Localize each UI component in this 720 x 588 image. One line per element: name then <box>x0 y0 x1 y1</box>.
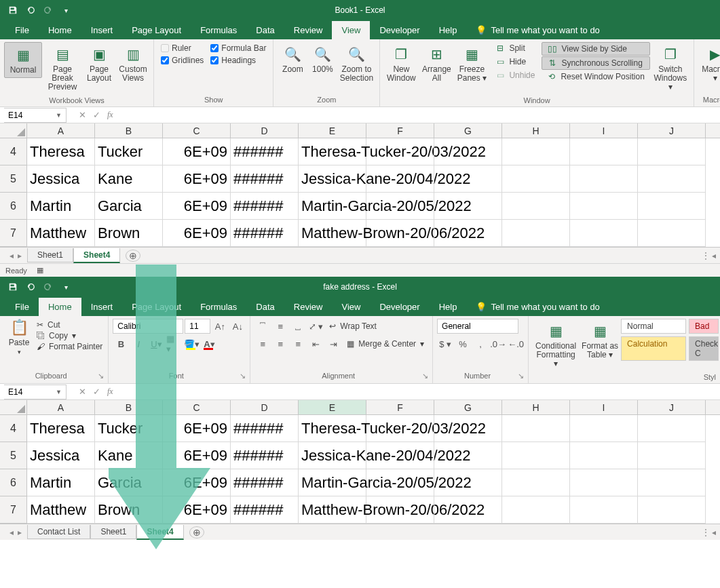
menu-help[interactable]: Help <box>430 298 467 316</box>
cell[interactable]: 6E+09 <box>163 165 231 193</box>
name-box[interactable]: E14▼ <box>4 108 67 123</box>
tab-options-icon[interactable]: ⋮ ◂ <box>702 528 716 537</box>
row-header-6[interactable]: 6 <box>0 193 27 220</box>
col-header-e[interactable]: E <box>299 123 366 138</box>
cell[interactable]: Matthew-Brown-20/06/2022 <box>299 220 366 247</box>
menu-developer[interactable]: Developer <box>370 21 429 39</box>
cell[interactable] <box>366 138 434 165</box>
cell[interactable]: Martin-Garcia-20/05/2022 <box>299 193 366 220</box>
check-icon[interactable]: ✓ <box>93 387 100 397</box>
cell[interactable] <box>366 165 434 193</box>
col-header-d[interactable]: D <box>231 123 299 138</box>
page-layout-button[interactable]: ▣Page Layout <box>83 42 115 85</box>
tab-prev-icon[interactable]: ◂ <box>10 528 14 537</box>
menu-page-layout[interactable]: Page Layout <box>122 21 191 39</box>
col-header-j[interactable]: J <box>638 400 706 414</box>
cell[interactable]: Martin-Garcia-20/05/2022 <box>299 469 366 496</box>
new-sheet-button[interactable]: ⊕ <box>189 526 204 538</box>
cell[interactable]: Brown <box>95 496 163 524</box>
menu-review[interactable]: Review <box>284 21 333 39</box>
font-name-select[interactable] <box>113 319 183 334</box>
cell[interactable]: Tucker <box>95 138 163 165</box>
select-all-corner[interactable] <box>0 123 27 138</box>
font-color-button[interactable]: A ▾ <box>201 336 217 351</box>
row-header-4[interactable]: 4 <box>0 415 27 442</box>
percent-button[interactable]: % <box>455 336 471 351</box>
redo-icon[interactable] <box>41 279 56 294</box>
tab-prev-icon[interactable]: ◂ <box>10 251 14 260</box>
decrease-decimal-button[interactable]: ←.0 <box>508 336 524 351</box>
cell[interactable] <box>570 442 638 469</box>
save-icon[interactable] <box>5 3 20 18</box>
menu-formulas[interactable]: Formulas <box>191 298 246 316</box>
cut-button[interactable]: ✂Cut <box>37 320 102 330</box>
cell[interactable]: ###### <box>231 165 299 193</box>
fx-icon[interactable]: fx <box>107 110 113 120</box>
name-box[interactable]: E14▼ <box>4 385 67 399</box>
arrange-all-button[interactable]: ⊞Arrange All <box>419 42 453 85</box>
cell[interactable] <box>434 442 502 469</box>
indent-increase-button[interactable]: ⇥ <box>325 336 341 351</box>
cell[interactable] <box>502 220 570 247</box>
cancel-icon[interactable]: ✕ <box>79 387 86 397</box>
font-size-select[interactable] <box>185 319 210 334</box>
cell[interactable] <box>570 165 638 193</box>
headings-checkbox[interactable]: Headings <box>208 54 269 66</box>
menu-review[interactable]: Review <box>284 298 333 316</box>
tell-me[interactable]: 💡Tell me what you want to do <box>466 298 609 316</box>
align-middle-button[interactable]: ≡ <box>272 319 288 334</box>
cell[interactable] <box>570 220 638 247</box>
sheet-tab[interactable]: Sheet4 <box>136 525 183 540</box>
cell[interactable] <box>434 469 502 496</box>
cell-style-calculation[interactable]: Calculation <box>621 336 686 361</box>
cell[interactable] <box>638 193 706 220</box>
normal-view-button[interactable]: ▦Normal <box>4 42 42 78</box>
cell[interactable]: 6E+09 <box>163 496 231 524</box>
cell[interactable]: 6E+09 <box>163 469 231 496</box>
decrease-font-button[interactable]: A↓ <box>229 319 246 334</box>
cell[interactable] <box>638 469 706 496</box>
cell[interactable]: Theresa-Tucker-20/03/2022 <box>299 138 366 165</box>
zoom-100-button[interactable]: 🔍100% <box>309 42 336 77</box>
reset-position-button[interactable]: ⟲Reset Window Position <box>542 71 649 83</box>
cell[interactable] <box>570 415 638 442</box>
menu-view[interactable]: View <box>332 21 370 39</box>
align-bottom-button[interactable]: ⎵ <box>290 319 306 334</box>
cell[interactable] <box>638 165 706 193</box>
cell[interactable]: Brown <box>95 220 163 247</box>
cell[interactable] <box>366 193 434 220</box>
col-header-f[interactable]: F <box>366 400 434 414</box>
cell[interactable]: Martin <box>27 469 95 496</box>
menu-data[interactable]: Data <box>246 21 284 39</box>
conditional-formatting-button[interactable]: ▦Conditional Formatting ▾ <box>533 319 579 372</box>
cell[interactable] <box>434 138 502 165</box>
macros-button[interactable]: ▶Macros ▾ <box>698 42 720 85</box>
menu-view[interactable]: View <box>332 298 370 316</box>
sync-scroll-button[interactable]: ⇅Synchronous Scrolling <box>542 56 649 70</box>
col-header-b[interactable]: B <box>95 123 163 138</box>
cell[interactable]: Matthew-Brown-20/06/2022 <box>299 496 366 524</box>
cell[interactable]: Theresa <box>27 415 95 442</box>
cell[interactable] <box>434 415 502 442</box>
menu-data[interactable]: Data <box>246 298 284 316</box>
cell[interactable] <box>502 469 570 496</box>
cell[interactable]: Kane <box>95 442 163 469</box>
cell[interactable] <box>366 496 434 524</box>
tab-next-icon[interactable]: ▸ <box>18 528 22 537</box>
increase-decimal-button[interactable]: .0→ <box>490 336 506 351</box>
align-left-button[interactable]: ≡ <box>254 336 271 351</box>
col-header-f[interactable]: F <box>366 123 434 138</box>
cell[interactable]: ###### <box>231 220 299 247</box>
menu-developer[interactable]: Developer <box>370 298 429 316</box>
cell[interactable] <box>502 165 570 193</box>
qat-customize-icon[interactable]: ▾ <box>58 3 73 18</box>
spreadsheet-grid[interactable]: A B C D E F G H I J 4 5 6 7 TheresaTucke… <box>0 400 720 524</box>
underline-button[interactable]: U ▾ <box>148 336 164 351</box>
cell[interactable]: Jessica <box>27 442 95 469</box>
cell-style-bad[interactable]: Bad <box>689 319 719 334</box>
cancel-icon[interactable]: ✕ <box>79 110 86 120</box>
col-header-j[interactable]: J <box>638 123 706 138</box>
cell[interactable]: 6E+09 <box>163 138 231 165</box>
cell[interactable]: ###### <box>231 496 299 524</box>
sheet-tab[interactable]: Sheet1 <box>90 525 136 539</box>
